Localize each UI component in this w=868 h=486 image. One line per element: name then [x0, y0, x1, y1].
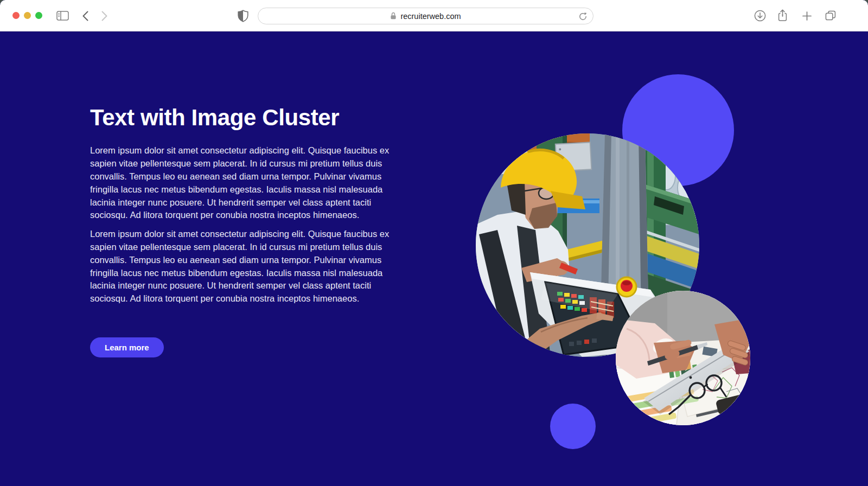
office-desk-photo	[616, 291, 750, 425]
share-icon[interactable]	[778, 9, 787, 22]
browser-toolbar: recruiterweb.com	[0, 0, 868, 31]
privacy-shield-icon[interactable]	[238, 10, 248, 22]
minimize-window-button[interactable]	[24, 12, 31, 19]
paragraph-1: Lorem ipsum dolor sit amet consectetur a…	[90, 144, 398, 222]
forward-icon[interactable]	[101, 11, 108, 21]
page-title: Text with Image Cluster	[90, 104, 398, 131]
learn-more-button[interactable]: Learn more	[90, 337, 164, 357]
new-tab-icon[interactable]	[802, 11, 812, 21]
sidebar-toggle-icon[interactable]	[56, 11, 69, 21]
browser-window: recruiterweb.com	[0, 0, 868, 486]
url-text: recruiterweb.com	[400, 12, 461, 21]
text-column: Text with Image Cluster Lorem ipsum dolo…	[90, 104, 398, 357]
download-icon[interactable]	[754, 10, 766, 22]
tab-overview-icon[interactable]	[825, 10, 836, 21]
lock-icon	[390, 12, 397, 20]
decorative-circle-small	[550, 404, 596, 449]
close-window-button[interactable]	[12, 12, 20, 19]
paragraph-2: Lorem ipsum dolor sit amet consectetur a…	[90, 228, 398, 305]
back-icon[interactable]	[82, 11, 89, 21]
zoom-window-button[interactable]	[35, 12, 42, 19]
address-bar[interactable]: recruiterweb.com	[258, 8, 593, 24]
hero-section: Text with Image Cluster Lorem ipsum dolo…	[0, 31, 868, 486]
window-controls	[12, 12, 42, 19]
reload-icon[interactable]	[578, 12, 588, 23]
